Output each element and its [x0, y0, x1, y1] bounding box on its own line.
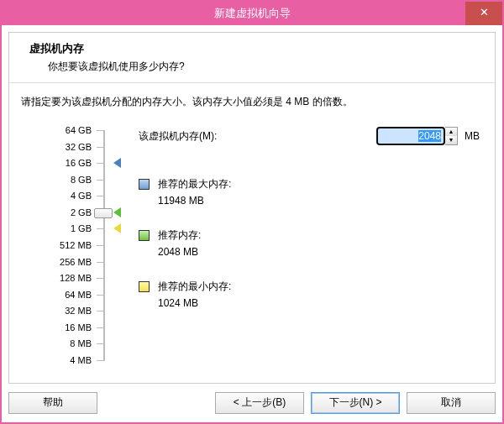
slider-tick-mark: [97, 360, 105, 361]
slider-tick-label: 2 GB: [71, 207, 92, 217]
rec-min: 推荐的最小内存: 1024 MB: [139, 280, 480, 309]
slider-tick-mark: [97, 180, 105, 181]
page-header: 虚拟机内存 你想要该虚拟机使用多少内存?: [9, 33, 495, 82]
chevron-down-icon: ▼: [449, 137, 454, 143]
slider-tick-label: 1 GB: [71, 223, 92, 233]
memory-unit: MB: [465, 130, 480, 142]
slider-tick-label: 32 GB: [66, 142, 92, 152]
rec-rec: 推荐内存: 2048 MB: [139, 228, 480, 258]
slider-tick-mark: [97, 343, 105, 344]
slider-tick-mark: [97, 262, 105, 263]
settings-column: 该虚拟机内存(M): ▲ ▼ MB 推荐的最大内存: 11948 M: [139, 127, 480, 331]
slider-tick-mark: [97, 147, 105, 148]
slider-tick-mark: [97, 130, 105, 131]
spin-up-button[interactable]: ▲: [445, 128, 457, 136]
slider-tick-mark: [97, 228, 105, 229]
footer-buttons: 帮助 < 上一步(B) 下一步(N) > 取消: [8, 390, 496, 416]
slider-tick-label: 4 MB: [70, 355, 92, 365]
rec-max-value: 11948 MB: [158, 195, 480, 207]
square-green-icon: [139, 230, 150, 241]
instruction-text: 请指定要为该虚拟机分配的内存大小。该内存大小值必须是 4 MB 的倍数。: [9, 83, 495, 118]
slider-tick-mark: [97, 196, 105, 196]
rec-max: 推荐的最大内存: 11948 MB: [139, 177, 480, 207]
marker-rec-icon: [113, 207, 121, 217]
slider-tick-label: 16 MB: [65, 322, 92, 332]
window-title: 新建虚拟机向导: [214, 7, 291, 19]
slider-tick-label: 8 MB: [70, 338, 92, 348]
slider-tick-mark: [97, 327, 105, 328]
slider-tick-label: 256 MB: [60, 257, 92, 267]
slider-tick-label: 32 MB: [65, 306, 92, 316]
wizard-window: 新建虚拟机向导 ✕ 虚拟机内存 你想要该虚拟机使用多少内存? 请指定要为该虚拟机…: [0, 0, 504, 424]
slider-thumb[interactable]: [94, 208, 113, 218]
square-yellow-icon: [139, 281, 150, 292]
close-icon: ✕: [480, 6, 489, 18]
next-button[interactable]: 下一步(N) >: [311, 392, 400, 414]
slider-tick-label: 512 MB: [60, 240, 92, 250]
rec-rec-value: 2048 MB: [158, 246, 480, 258]
body-area: 64 GB32 GB16 GB8 GB4 GB2 GB1 GB512 MB256…: [21, 127, 480, 374]
rec-min-label: 推荐的最小内存:: [158, 280, 231, 294]
slider-tick-label: 64 MB: [65, 290, 92, 300]
memory-spinner: ▲ ▼ MB: [376, 127, 480, 145]
help-button[interactable]: 帮助: [8, 392, 97, 414]
titlebar: 新建虚拟机向导 ✕: [2, 2, 502, 25]
memory-input[interactable]: [376, 127, 445, 145]
content-panel: 虚拟机内存 你想要该虚拟机使用多少内存? 请指定要为该虚拟机分配的内存大小。该内…: [8, 32, 496, 384]
marker-min-icon: [113, 223, 121, 233]
slider-tick-mark: [97, 245, 105, 246]
back-button[interactable]: < 上一步(B): [215, 392, 304, 414]
spinner-buttons: ▲ ▼: [445, 127, 458, 145]
cancel-button[interactable]: 取消: [407, 392, 496, 414]
recommendations: 推荐的最大内存: 11948 MB 推荐内存: 2048 MB 推荐的最小内存:…: [139, 177, 480, 309]
close-button[interactable]: ✕: [465, 2, 502, 25]
marker-max-icon: [113, 158, 121, 168]
slider-tick-label: 128 MB: [60, 273, 92, 283]
slider-tick-mark: [97, 295, 105, 296]
memory-row: 该虚拟机内存(M): ▲ ▼ MB: [139, 127, 480, 145]
slider-tick-label: 4 GB: [71, 191, 92, 201]
rec-rec-label: 推荐内存:: [158, 228, 201, 243]
slider-tick-mark: [97, 311, 105, 311]
slider-tick-label: 64 GB: [66, 125, 92, 135]
slider-tick-label: 16 GB: [66, 158, 92, 168]
memory-slider[interactable]: 64 GB32 GB16 GB8 GB4 GB2 GB1 GB512 MB256…: [21, 127, 130, 370]
slider-tick-mark: [97, 278, 105, 279]
rec-max-label: 推荐的最大内存:: [158, 177, 231, 191]
slider-tick-label: 8 GB: [71, 175, 92, 185]
page-subtitle: 你想要该虚拟机使用多少内存?: [48, 60, 481, 74]
page-title: 虚拟机内存: [29, 41, 481, 56]
spin-down-button[interactable]: ▼: [445, 136, 457, 144]
slider-tick-mark: [97, 163, 105, 164]
square-blue-icon: [139, 179, 150, 190]
memory-label: 该虚拟机内存(M):: [139, 129, 217, 144]
rec-min-value: 1024 MB: [158, 297, 480, 309]
chevron-up-icon: ▲: [449, 128, 454, 134]
